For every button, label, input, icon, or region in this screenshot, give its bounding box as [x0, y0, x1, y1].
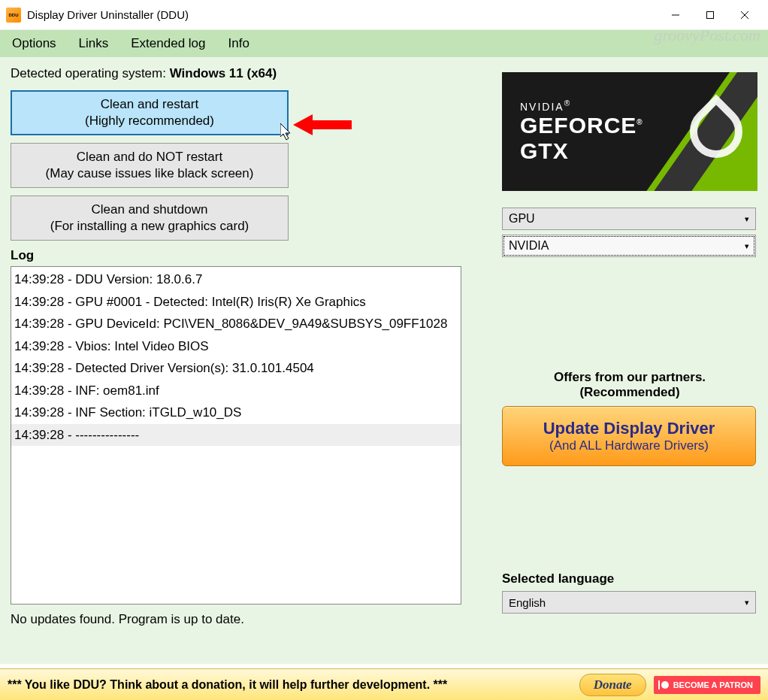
- donate-button[interactable]: Donate: [579, 674, 646, 696]
- clean-shutdown-line1: Clean and shutdown: [91, 202, 207, 218]
- gpu-banner[interactable]: NVIDIA® GEFORCE® GTX: [502, 72, 757, 191]
- clean-restart-line2: (Highly recommended): [85, 113, 214, 129]
- partners-label: Offers from our partners. (Recommended): [502, 370, 757, 400]
- svg-rect-1: [707, 11, 714, 18]
- update-btn-title: Update Display Driver: [543, 419, 715, 438]
- os-label: Detected operating system:: [11, 66, 170, 80]
- log-row[interactable]: 14:39:28 - GPU DeviceId: PCI\VEN_8086&DE…: [11, 313, 461, 335]
- clean-norestart-line1: Clean and do NOT restart: [77, 149, 222, 165]
- log-box[interactable]: 14:39:28 - DDU Version: 18.0.6.7 14:39:2…: [11, 266, 461, 605]
- language-value: English: [509, 596, 546, 609]
- window-controls: [658, 3, 762, 27]
- app-icon: [6, 8, 21, 23]
- left-column: Detected operating system: Windows 11 (x…: [11, 66, 479, 664]
- chevron-down-icon: ▾: [745, 598, 749, 608]
- log-row[interactable]: 14:39:28 - Detected Driver Version(s): 3…: [11, 357, 461, 380]
- maximize-button[interactable]: [693, 3, 727, 27]
- device-type-value: GPU: [509, 212, 535, 226]
- vendor-value: NVIDIA: [509, 239, 549, 253]
- menu-links[interactable]: Links: [74, 33, 113, 54]
- os-detection-line: Detected operating system: Windows 11 (x…: [11, 66, 479, 81]
- titlebar: Display Driver Uninstaller (DDU): [0, 0, 768, 30]
- log-heading: Log: [11, 248, 479, 263]
- menu-extended-log[interactable]: Extended log: [126, 33, 210, 54]
- minimize-button[interactable]: [658, 3, 693, 27]
- right-column: NVIDIA® GEFORCE® GTX GPU ▾ NVIDIA ▾ Offe…: [502, 66, 757, 664]
- patreon-icon: [661, 681, 669, 689]
- clean-shutdown-button[interactable]: Clean and shutdown (For installing a new…: [11, 195, 289, 241]
- chevron-down-icon: ▾: [745, 241, 749, 251]
- close-button[interactable]: [727, 3, 762, 27]
- update-btn-subtitle: (And ALL Hardware Drivers): [549, 438, 709, 453]
- clean-norestart-line2: (May cause issues like black screen): [46, 165, 254, 182]
- window-title: Display Driver Uninstaller (DDU): [27, 8, 189, 21]
- clean-no-restart-button[interactable]: Clean and do NOT restart (May cause issu…: [11, 143, 289, 188]
- menubar: Options Links Extended log Info: [0, 30, 768, 57]
- footer-text: *** You like DDU? Think about a donation…: [8, 678, 447, 692]
- log-row[interactable]: 14:39:28 - ---------------: [11, 424, 461, 447]
- clean-restart-button[interactable]: Clean and restart (Highly recommended): [11, 90, 289, 135]
- content-area: Detected operating system: Windows 11 (x…: [0, 57, 768, 664]
- clean-restart-line1: Clean and restart: [101, 96, 198, 113]
- update-driver-button[interactable]: Update Display Driver (And ALL Hardware …: [502, 406, 756, 466]
- menu-options[interactable]: Options: [8, 33, 61, 54]
- status-line: No updates found. Program is up to date.: [11, 605, 479, 627]
- clean-shutdown-line2: (For installing a new graphics card): [50, 218, 249, 235]
- language-label: Selected language: [502, 571, 757, 586]
- language-select[interactable]: English ▾: [502, 591, 756, 614]
- log-row[interactable]: 14:39:28 - INF Section: iTGLD_w10_DS: [11, 402, 461, 424]
- device-type-select[interactable]: GPU ▾: [502, 208, 756, 230]
- vendor-select[interactable]: NVIDIA ▾: [502, 235, 756, 257]
- log-row[interactable]: 14:39:28 - GPU #0001 - Detected: Intel(R…: [11, 291, 461, 314]
- gpu-banner-text: NVIDIA® GEFORCE® GTX: [520, 99, 643, 164]
- os-value: Windows 11 (x64): [170, 66, 277, 80]
- become-patron-button[interactable]: BECOME A PATRON: [654, 676, 760, 694]
- log-row[interactable]: 14:39:28 - DDU Version: 18.0.6.7: [11, 268, 461, 291]
- log-row[interactable]: 14:39:28 - Vbios: Intel Video BIOS: [11, 335, 461, 358]
- chevron-down-icon: ▾: [745, 214, 749, 224]
- footer-bar: *** You like DDU? Think about a donation…: [0, 668, 768, 700]
- menu-info[interactable]: Info: [224, 33, 254, 54]
- log-row[interactable]: 14:39:28 - INF: oem81.inf: [11, 380, 461, 402]
